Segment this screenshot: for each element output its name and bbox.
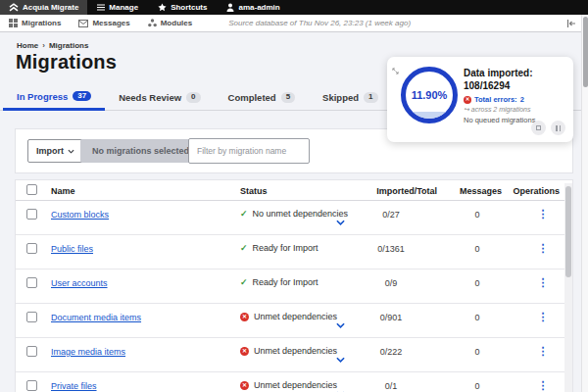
expand-status-chevron-icon[interactable] (336, 383, 345, 392)
progress-ring: 11.90% (401, 67, 458, 123)
user-menu-item[interactable]: ama-admin (217, 0, 289, 15)
migrations-table: Name Status Imported/Total Messages Oper… (15, 179, 573, 392)
imported-total-value: 0/9 (367, 278, 416, 288)
migration-name-link[interactable]: Image media items (51, 347, 125, 357)
shortcuts-menu-item[interactable]: Shortcuts (148, 0, 217, 15)
import-dropdown-button[interactable]: Import (27, 139, 83, 163)
menu-icon (97, 4, 105, 11)
progress-ring-fill (406, 112, 453, 119)
imported-total-value: 0/1361 (367, 244, 416, 254)
operations-menu-button[interactable]: ⋮ (537, 208, 549, 220)
messages-count: 0 (453, 313, 502, 322)
stop-import-button[interactable] (531, 121, 546, 135)
row-checkbox[interactable] (26, 243, 37, 254)
pause-import-button[interactable] (551, 121, 565, 135)
row-checkbox[interactable] (26, 312, 37, 322)
toolbar-item-messages[interactable]: Messages (70, 19, 138, 27)
status-icon: ✕ (240, 381, 249, 390)
table-row: Custom blocks ✓ No unmet dependencies 0/… (16, 201, 572, 235)
secondary-toolbar: Migrations Messages Modules Source datab… (0, 15, 588, 32)
progress-percent: 11.90% (412, 89, 448, 101)
operations-menu-button[interactable]: ⋮ (537, 242, 549, 255)
status-icon: ✓ (240, 209, 248, 219)
operations-menu-button[interactable]: ⋮ (537, 379, 549, 392)
chevron-down-icon (68, 149, 74, 154)
breadcrumb: Home › Migrations (17, 41, 88, 50)
migration-name-link[interactable]: Private files (51, 381, 97, 391)
tab-completed[interactable]: Completed 5 (215, 84, 310, 111)
collapse-card-icon[interactable] (392, 61, 399, 78)
tab-in-progress[interactable]: In Progress 37 (3, 84, 105, 111)
column-header-imported-total: Imported/Total (357, 186, 437, 196)
expand-status-chevron-icon[interactable] (336, 315, 345, 332)
messages-count: 0 (453, 278, 502, 288)
migration-name-link[interactable]: User accounts (51, 278, 108, 288)
table-header-row: Name Status Imported/Total Messages Oper… (16, 180, 572, 201)
status-cell: ✕ Unmet dependencies (240, 346, 337, 356)
status-text: Unmet dependencies (254, 312, 337, 321)
tab-label: Completed (228, 92, 276, 103)
migration-name-link[interactable]: Document media items (51, 313, 141, 322)
filter-migrations-input[interactable] (188, 138, 310, 164)
breadcrumb-separator: › (42, 41, 45, 50)
tab-needs-review[interactable]: Needs Review 0 (105, 84, 214, 111)
star-icon (158, 3, 167, 12)
page-title: Migrations (16, 51, 117, 74)
row-checkbox[interactable] (26, 277, 37, 288)
tab-label: In Progress (17, 91, 68, 102)
selection-status-button[interactable]: No migrations selected (80, 139, 201, 163)
manage-menu-item[interactable]: Manage (87, 0, 148, 15)
imported-total-value: 0/1 (367, 381, 416, 391)
envelope-icon (78, 20, 88, 27)
status-cell: ✓ No unmet dependencies (240, 209, 348, 219)
toolbar-item-modules[interactable]: Modules (139, 19, 201, 27)
table-body: Custom blocks ✓ No unmet dependencies 0/… (16, 201, 572, 392)
column-header-messages: Messages (460, 186, 502, 196)
total-errors-label: Total errors: (474, 95, 517, 104)
table-row: Document media items ✕ Unmet dependencie… (16, 304, 572, 338)
column-header-name: Name (51, 186, 75, 196)
operations-menu-button[interactable]: ⋮ (537, 311, 549, 323)
messages-count: 0 (453, 210, 502, 220)
migration-name-link[interactable]: Custom blocks (51, 210, 109, 220)
table-row: User accounts ✓ Ready for Import 0/9 0 ⋮ (16, 270, 572, 304)
collapse-toolbar-icon[interactable] (566, 20, 576, 27)
select-all-checkbox[interactable] (26, 184, 37, 195)
table-scrollbar-thumb[interactable] (565, 186, 571, 277)
user-icon (226, 3, 234, 12)
source-database-note: Source database of Thu Nov 26, 23:23 (1 … (228, 19, 411, 27)
breadcrumb-home-link[interactable]: Home (17, 41, 38, 50)
operations-menu-button[interactable]: ⋮ (537, 345, 549, 358)
row-checkbox[interactable] (26, 380, 37, 391)
tab-skipped[interactable]: Skipped 1 (309, 84, 391, 111)
status-cell: ✕ Unmet dependencies (240, 380, 337, 390)
breadcrumb-current: Migrations (49, 41, 88, 50)
status-icon: ✓ (240, 243, 248, 253)
status-cell: ✓ Ready for Import (240, 277, 318, 287)
tab-count-badge: 5 (281, 92, 295, 103)
brand-label: Acquia Migrate (23, 3, 78, 12)
page-scrollbar-thumb[interactable] (583, 17, 588, 87)
tab-count-badge: 1 (364, 92, 377, 103)
acquia-migrate-brand[interactable]: Acquia Migrate (0, 0, 87, 15)
column-header-status: Status (240, 186, 268, 196)
table-row: Image media items ✕ Unmet dependencies 0… (16, 338, 572, 372)
migration-name-link[interactable]: Public files (51, 244, 93, 254)
tab-label: Skipped (322, 92, 359, 103)
row-checkbox[interactable] (26, 346, 37, 357)
tab-count-badge: 0 (186, 92, 200, 103)
table-scrollbar[interactable] (564, 183, 572, 392)
expand-status-chevron-icon[interactable] (336, 212, 345, 229)
table-row: Private files ✕ Unmet dependencies 0/1 0… (16, 372, 572, 392)
expand-status-chevron-icon[interactable] (336, 349, 345, 367)
toolbar-item-migrations[interactable]: Migrations (0, 19, 70, 27)
operations-menu-button[interactable]: ⋮ (537, 276, 549, 289)
row-checkbox[interactable] (26, 209, 37, 220)
data-imported-label: Data imported: (464, 67, 567, 79)
acquia-logo-icon (9, 3, 19, 12)
total-errors-link[interactable]: ✕ Total errors: 2 (464, 95, 567, 104)
imported-total-value: 0/27 (367, 210, 416, 220)
status-text: Ready for Import (253, 277, 318, 287)
page-scrollbar[interactable] (581, 15, 588, 392)
import-control-buttons (531, 121, 565, 135)
